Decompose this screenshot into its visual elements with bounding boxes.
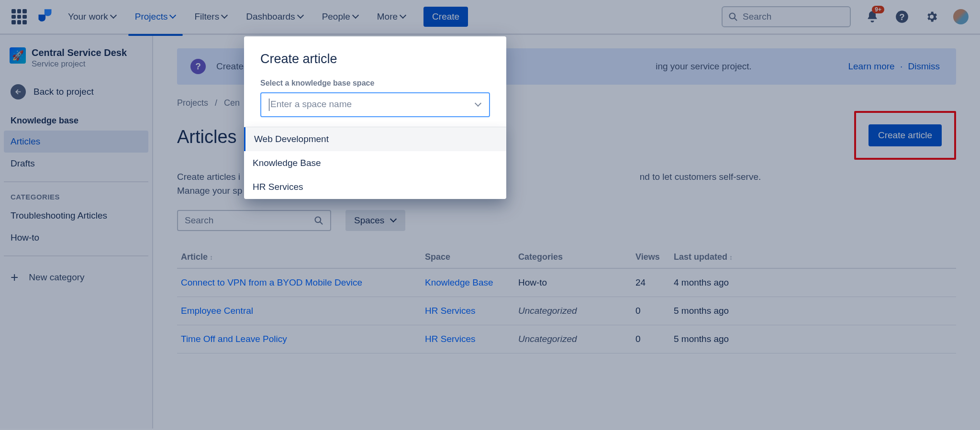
space-select-input[interactable]: Enter a space name	[260, 92, 490, 117]
create-article-modal: Create article Select a knowledge base s…	[244, 36, 506, 199]
chevron-down-icon	[476, 102, 481, 108]
space-option[interactable]: Knowledge Base	[244, 151, 506, 175]
modal-title: Create article	[260, 52, 490, 66]
space-option[interactable]: Web Development	[244, 127, 506, 151]
space-options-list: Web Development Knowledge Base HR Servic…	[244, 127, 506, 199]
space-placeholder: Enter a space name	[270, 99, 352, 109]
modal-field-label: Select a knowledge base space	[260, 79, 490, 88]
space-option[interactable]: HR Services	[244, 175, 506, 199]
